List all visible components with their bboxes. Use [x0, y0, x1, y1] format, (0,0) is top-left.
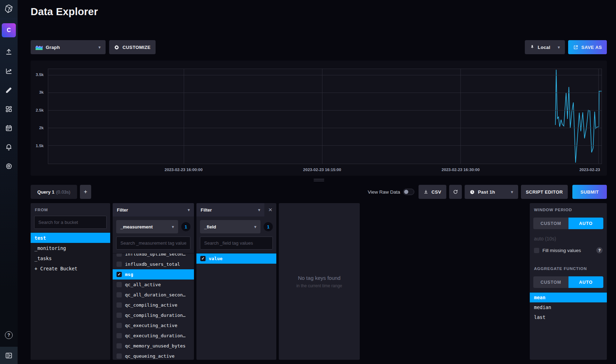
- empty-panel-subtitle: in the current time range: [296, 283, 342, 288]
- customize-button[interactable]: CUSTOMIZE: [109, 40, 156, 54]
- alerts-bell-icon[interactable]: [5, 143, 13, 151]
- view-type-dropdown[interactable]: Graph ▾: [31, 40, 106, 54]
- measurement-item[interactable]: msg: [113, 269, 194, 280]
- bucket-search-input[interactable]: [34, 216, 107, 229]
- chevron-down-icon: ▾: [258, 208, 260, 212]
- query-tab[interactable]: Query 1 (0.03s): [31, 185, 77, 199]
- function-item[interactable]: mean: [530, 293, 607, 302]
- notebooks-pencil-icon[interactable]: [5, 86, 13, 94]
- measurement-item[interactable]: qc_executing_active: [113, 320, 194, 331]
- bucket-item[interactable]: test: [31, 233, 110, 243]
- h-gridline: [48, 145, 602, 146]
- create-bucket-item[interactable]: + Create Bucket: [31, 263, 110, 274]
- tasks-calendar-icon[interactable]: [5, 124, 13, 132]
- checkbox-icon[interactable]: [117, 333, 122, 338]
- filter-type-dropdown[interactable]: Filter ▾: [113, 203, 194, 216]
- measurement-item[interactable]: qc_executing_duration…: [113, 331, 194, 341]
- view-raw-data-toggle[interactable]: [403, 189, 414, 195]
- measurement-search-input[interactable]: [116, 237, 190, 250]
- y-tick-label: 1.5k: [36, 144, 44, 148]
- data-explorer-icon[interactable]: [5, 67, 13, 75]
- checkbox-icon[interactable]: [117, 343, 122, 349]
- dashboards-icon[interactable]: [5, 105, 13, 113]
- bucket-item[interactable]: _monitoring: [31, 243, 110, 253]
- checkbox-checked-icon[interactable]: [200, 256, 206, 261]
- checkbox-checked-icon[interactable]: [117, 272, 122, 277]
- add-query-button[interactable]: +: [80, 185, 91, 199]
- filter-type-dropdown[interactable]: Filter ▾: [196, 203, 264, 216]
- influxdb-cube-icon: [4, 4, 13, 13]
- expand-sidebar-button[interactable]: [0, 347, 18, 364]
- local-dropdown[interactable]: Local ▾: [525, 40, 565, 54]
- plot-area[interactable]: [48, 69, 602, 164]
- measurement-item[interactable]: qc_compiling_active: [113, 300, 194, 310]
- aggregate-auto-button[interactable]: AUTO: [568, 276, 604, 288]
- measurement-item[interactable]: influxdb_users_total: [113, 259, 194, 269]
- tag-key-label: _field: [204, 224, 216, 230]
- selected-count-badge: 1: [181, 222, 190, 231]
- chevron-down-icon: ▾: [188, 208, 190, 212]
- csv-button[interactable]: CSV: [419, 185, 446, 199]
- measurement-item[interactable]: qc_all_active: [113, 280, 194, 290]
- refresh-button[interactable]: [449, 185, 462, 199]
- y-axis-labels: 1.5k2k2.5k3k3.5k: [31, 69, 46, 164]
- line-chart: [48, 69, 602, 164]
- chevron-down-icon: ▾: [99, 45, 101, 50]
- checkbox-icon[interactable]: [117, 262, 122, 267]
- settings-gear-icon[interactable]: [5, 162, 13, 170]
- aggregate-function-title: AGGREGATE FUNCTION: [530, 262, 607, 271]
- checkbox-icon[interactable]: [117, 282, 122, 287]
- checkbox-icon[interactable]: [117, 323, 122, 328]
- expand-panel-icon: [5, 352, 13, 359]
- fill-missing-values-row: Fill missing values ?: [534, 247, 603, 253]
- help-tooltip-icon[interactable]: ?: [596, 247, 603, 253]
- tag-key-dropdown[interactable]: _measurement ▾: [116, 220, 178, 233]
- bucket-list: test _monitoring _tasks + Create Bucket: [31, 233, 110, 360]
- tag-key-dropdown[interactable]: _field ▾: [200, 220, 260, 233]
- x-tick-label: 2023-02-23 16:30:00: [442, 168, 480, 172]
- upload-icon[interactable]: [5, 48, 13, 56]
- clock-icon: [470, 189, 475, 195]
- chart-panel: 1.5k2k2.5k3k3.5k 2023-02-23 16:00:002023…: [31, 61, 607, 176]
- org-avatar[interactable]: C: [2, 23, 16, 37]
- influxdb-logo[interactable]: [0, 0, 18, 18]
- save-as-button[interactable]: SAVE AS: [568, 40, 607, 54]
- from-panel-title: FROM: [31, 203, 110, 213]
- help-icon[interactable]: ?: [5, 331, 13, 339]
- view-raw-data-label: View Raw Data: [368, 189, 400, 195]
- bucket-item[interactable]: _tasks: [31, 253, 110, 263]
- from-panel: FROM test _monitoring _tasks + Create Bu…: [31, 203, 110, 360]
- checkbox-icon[interactable]: [117, 353, 122, 359]
- time-range-label: Past 1h: [478, 189, 495, 195]
- query-bar: Query 1 (0.03s) + View Raw Data CSV Past…: [31, 185, 607, 199]
- v-gridline: [322, 69, 322, 164]
- measurement-item[interactable]: qc_compiling_duration…: [113, 310, 194, 320]
- y-tick-label: 3.5k: [36, 73, 44, 77]
- filter-panel-header: Filter ▾: [113, 203, 194, 216]
- csv-label: CSV: [432, 189, 441, 195]
- fill-missing-checkbox[interactable]: [534, 248, 539, 253]
- checkbox-icon[interactable]: [117, 313, 122, 318]
- checkbox-icon[interactable]: [117, 253, 122, 257]
- checkbox-icon[interactable]: [117, 302, 122, 308]
- time-range-dropdown[interactable]: Past 1h ▾: [465, 185, 518, 199]
- function-item[interactable]: median: [530, 302, 607, 312]
- submit-button[interactable]: SUBMIT: [572, 185, 607, 199]
- page-title: Data Explorer: [31, 6, 607, 18]
- measurement-item[interactable]: qc_queueing_active: [113, 351, 194, 360]
- aggregate-custom-button[interactable]: CUSTOM: [533, 276, 568, 288]
- graph-type-icon: [36, 45, 43, 50]
- function-item[interactable]: last: [530, 312, 607, 322]
- script-editor-button[interactable]: SCRIPT EDITOR: [521, 185, 568, 199]
- measurement-item[interactable]: qc_memory_unused_bytes: [113, 341, 194, 351]
- remove-filter-button[interactable]: ×: [264, 203, 276, 216]
- field-item[interactable]: value: [196, 253, 276, 264]
- y-tick-label: 3k: [39, 90, 44, 94]
- measurement-item[interactable]: qc_all_duration_secon…: [113, 290, 194, 300]
- checkbox-icon[interactable]: [117, 292, 122, 297]
- measurement-item[interactable]: influxdb_uptime_secon…: [113, 253, 194, 259]
- window-auto-button[interactable]: AUTO: [568, 218, 604, 229]
- panel-resize-handle[interactable]: [31, 178, 607, 182]
- field-search-input[interactable]: [200, 237, 273, 250]
- window-custom-button[interactable]: CUSTOM: [533, 218, 568, 229]
